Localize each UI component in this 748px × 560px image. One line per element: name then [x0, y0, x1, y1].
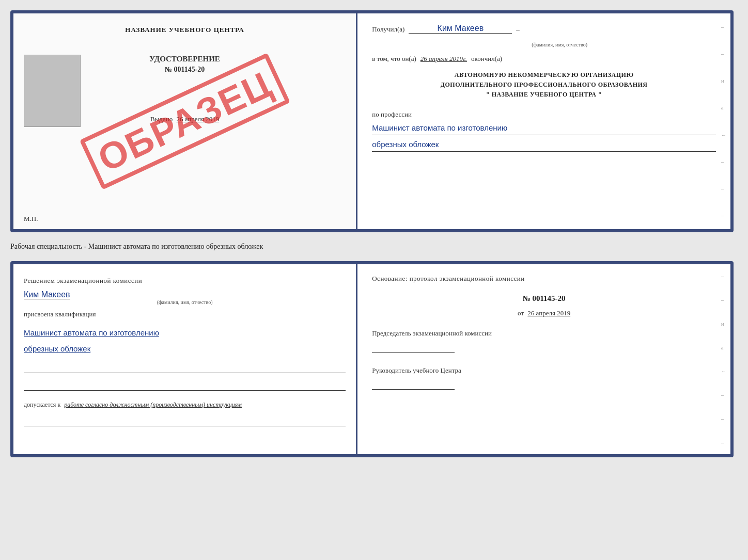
org-line2: ДОПОЛНИТЕЛЬНОГО ПРОФЕССИОНАЛЬНОГО ОБРАЗО… — [372, 80, 716, 90]
allowed-block: допускается к работе согласно должностны… — [24, 401, 346, 409]
issued-label: Выдано — [150, 115, 173, 123]
profession-label: по профессии — [372, 110, 716, 119]
middle-text: Рабочая специальность - Машинист автомат… — [10, 241, 738, 253]
chairman-sign-line — [372, 342, 455, 353]
person-name-bottom: Ким Макеев — [24, 290, 70, 299]
director-sign-line — [372, 379, 455, 390]
certificate-number: № 001145-20 — [149, 66, 220, 74]
org-block: АВТОНОМНУЮ НЕКОММЕРЧЕСКУЮ ОРГАНИЗАЦИЮ ДО… — [372, 70, 716, 100]
certificate-label: УДОСТОВЕРЕНИЕ — [149, 55, 220, 63]
director-block: Руководитель учебного Центра — [372, 359, 716, 390]
fio-subtitle-top: (фамилия, имя, отчество) — [403, 42, 716, 47]
profession-line2: обрезных обложек — [372, 137, 716, 152]
org-line3: " НАЗВАНИЕ УЧЕБНОГО ЦЕНТРА " — [372, 90, 716, 100]
decision-text: Решением экзаменационной комиссии — [24, 277, 346, 285]
bottom-left-panel: Решением экзаменационной комиссии Ким Ма… — [13, 264, 357, 454]
right-side-marks-bottom: – – и а ← – – – — [721, 264, 726, 454]
blank-line-3 — [24, 417, 346, 426]
bottom-document: Решением экзаменационной комиссии Ким Ма… — [10, 261, 734, 457]
issued-date: Выдано 26 апреля 2019 — [150, 115, 219, 123]
chairman-block: Председатель экзаменационной комиссии — [372, 329, 716, 353]
person-name-block: Ким Макеев (фамилия, имя, отчество) — [24, 290, 346, 305]
top-right-panel: Получил(а) Ким Макеев – (фамилия, имя, о… — [357, 13, 730, 229]
received-line: Получил(а) Ким Макеев – — [372, 24, 716, 34]
qualification-value-block: Машинист автомата по изготовлению обрезн… — [24, 324, 346, 356]
qualification-label: присвоена квалификация — [24, 310, 346, 318]
qualification-line1: Машинист автомата по изготовлению — [24, 326, 346, 340]
bottom-right-panel: Основание: протокол экзаменационной коми… — [357, 264, 730, 454]
top-left-panel: НАЗВАНИЕ УЧЕБНОГО ЦЕНТРА УДОСТОВЕРЕНИЕ №… — [13, 13, 357, 229]
received-prefix: Получил(а) — [372, 25, 404, 34]
chairman-label: Председатель экзаменационной комиссии — [372, 329, 716, 338]
profession-line1: Машинист автомата по изготовлению — [372, 121, 716, 135]
protocol-date-value: 26 апреля 2019 — [527, 309, 570, 317]
issued-date-value: 26 апреля 2019 — [176, 115, 219, 123]
profession-section: по профессии Машинист автомата по изгото… — [372, 107, 716, 152]
qualification-line2: обрезных обложек — [24, 342, 346, 356]
fio-subtitle-bottom: (фамилия, имя, отчество) — [24, 299, 346, 305]
training-center-title: НАЗВАНИЕ УЧЕБНОГО ЦЕНТРА — [125, 26, 244, 34]
protocol-number: № 001145-20 — [372, 294, 716, 303]
basis-text: Основание: протокол экзаменационной коми… — [372, 275, 716, 283]
received-name: Ким Макеев — [409, 24, 512, 34]
date-prefix: в том, что он(а) — [372, 55, 416, 63]
protocol-date: от 26 апреля 2019 — [372, 309, 716, 317]
date-suffix: окончил(а) — [471, 55, 502, 63]
received-dash: – — [516, 25, 520, 34]
mp-text: М.П. — [24, 215, 38, 223]
allowed-prefix: допускается к — [24, 401, 60, 408]
photo-placeholder — [24, 55, 81, 127]
blank-line-2 — [24, 381, 346, 391]
top-document: НАЗВАНИЕ УЧЕБНОГО ЦЕНТРА УДОСТОВЕРЕНИЕ №… — [10, 10, 734, 232]
protocol-date-prefix: от — [518, 309, 524, 317]
date-line: в том, что он(а) 26 апреля 2019г. окончи… — [372, 55, 716, 63]
org-line1: АВТОНОМНУЮ НЕКОММЕРЧЕСКУЮ ОРГАНИЗАЦИЮ — [372, 70, 716, 80]
allowed-value: работе согласно должностным (производств… — [64, 401, 242, 408]
director-label: Руководитель учебного Центра — [372, 366, 716, 375]
date-value: 26 апреля 2019г. — [420, 55, 467, 63]
page-wrapper: НАЗВАНИЕ УЧЕБНОГО ЦЕНТРА УДОСТОВЕРЕНИЕ №… — [10, 10, 738, 457]
blank-line-1 — [24, 364, 346, 373]
right-side-marks-top: – – и а ← – – – — [721, 13, 726, 229]
